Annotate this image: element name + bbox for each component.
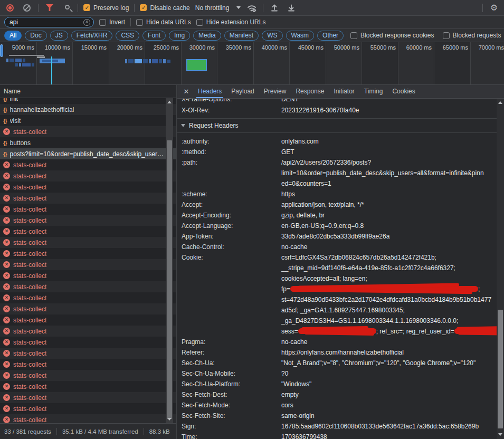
request-row[interactable]: ✕stats-collect (0, 381, 177, 392)
request-name: stats-collect (13, 328, 46, 335)
network-conditions-button[interactable] (246, 2, 258, 14)
checkbox-icon (350, 32, 357, 39)
request-name: stats-collect (13, 383, 46, 390)
request-row[interactable]: ✕stats-collect (0, 204, 177, 215)
tab-response[interactable]: Response (291, 85, 329, 98)
blocked-requests-checkbox[interactable]: Blocked requests (443, 32, 501, 39)
request-row[interactable]: ✕stats-collect (0, 370, 177, 381)
request-row[interactable]: ✕stats-collect (0, 170, 177, 182)
filter-funnel-icon (46, 4, 53, 11)
hide-data-urls-checkbox[interactable]: Hide data URLs (136, 18, 191, 26)
blocked-response-cookies-checkbox[interactable]: Blocked response cookies (350, 32, 434, 39)
import-har-button[interactable] (269, 2, 280, 14)
header-name: Sec-Fetch-Site: (182, 411, 281, 421)
request-row[interactable]: ✕stats-collect (0, 303, 177, 314)
request-row[interactable]: ✕stats-collect (0, 337, 177, 348)
filter-pill-wasm[interactable]: Wasm (286, 31, 315, 41)
filter-pill-other[interactable]: Other (317, 31, 344, 41)
clear-filter-icon[interactable]: ✕ (83, 19, 90, 26)
request-row[interactable]: ✕stats-collect (0, 237, 177, 248)
request-row[interactable]: ✕stats-collect (0, 182, 177, 193)
request-row[interactable]: ✕stats-collect (0, 215, 177, 226)
scrollbar-thumb[interactable] (498, 310, 503, 428)
header-row: Accept-Encoding:gzip, deflate, br (177, 210, 504, 221)
tab-preview[interactable]: Preview (259, 85, 291, 98)
waterfall-bar (9, 59, 14, 62)
header-name: Accept: (182, 199, 281, 210)
request-row[interactable]: ✕stats-collect (0, 314, 177, 326)
filter-pill-img[interactable]: Img (169, 31, 190, 41)
scroll-up-icon[interactable] (167, 101, 172, 103)
request-headers-section-toggle[interactable]: Request Headers (177, 119, 504, 132)
header-value: cors (281, 400, 504, 411)
close-details-button[interactable]: ✕ (180, 88, 192, 96)
request-row[interactable]: ✕stats-collect (0, 159, 177, 170)
filter-pill-ws[interactable]: WS (262, 31, 282, 41)
filter-pill-doc[interactable]: Doc (25, 31, 46, 41)
request-row[interactable]: {}buttons (0, 137, 177, 148)
tab-payload[interactable]: Payload (226, 85, 259, 98)
header-value: 16785:5aad9602cf110608b03133de563642fac1… (281, 421, 504, 432)
request-row[interactable]: ✕stats-collect (0, 226, 177, 237)
request-row[interactable]: ✕stats-collect (0, 259, 177, 270)
filter-pill-manifest[interactable]: Manifest (224, 31, 259, 41)
request-row[interactable]: ✕stats-collect (0, 270, 177, 281)
scroll-up-icon[interactable] (498, 101, 502, 104)
tick-label: 35000 ms (218, 44, 251, 51)
tab-initiator[interactable]: Initiator (329, 85, 359, 98)
request-row[interactable]: ✕stats-collect (0, 248, 177, 259)
devtools-settings-button[interactable]: ⚙ (488, 2, 500, 14)
scrollbar-thumb[interactable] (167, 140, 172, 419)
request-row[interactable]: {}posts?limit=10&order=publish_date_desc… (0, 148, 177, 159)
request-row[interactable]: ✕stats-collect (0, 126, 177, 137)
request-row[interactable]: ✕stats-collect (0, 403, 177, 414)
filter-pill-fetch-xhr[interactable]: Fetch/XHR (71, 31, 113, 41)
request-row[interactable]: {}visit (0, 115, 177, 126)
export-har-button[interactable] (286, 2, 297, 14)
request-row[interactable]: ✕stats-collect (0, 414, 177, 423)
preserve-log-checkbox[interactable]: Preserve log (83, 4, 129, 12)
request-row[interactable]: ✕stats-collect (0, 281, 177, 292)
network-overview-timeline[interactable]: 5000 ms10000 ms15000 ms20000 ms25000 ms3… (0, 42, 504, 85)
tick-label: 50000 ms (327, 44, 359, 51)
waterfall-bar (152, 59, 158, 63)
hide-extension-urls-checkbox[interactable]: Hide extension URLs (196, 18, 266, 26)
filter-button[interactable] (44, 2, 55, 14)
tab-cookies[interactable]: Cookies (387, 85, 420, 98)
request-row[interactable]: {}init (0, 98, 177, 104)
search-button[interactable] (61, 2, 72, 14)
request-row[interactable]: ✕stats-collect (0, 193, 177, 204)
tab-headers[interactable]: Headers (193, 85, 226, 98)
header-row: Sec-Fetch-Mode:cors (177, 400, 504, 411)
invert-checkbox[interactable]: Invert (99, 18, 125, 26)
record-button[interactable] (4, 2, 16, 14)
tab-timing[interactable]: Timing (359, 85, 388, 98)
filter-pill-all[interactable]: All (4, 31, 22, 41)
tick-label: 15000 ms (74, 44, 107, 51)
clear-network-log-button[interactable] (21, 2, 33, 14)
request-row[interactable]: ✕stats-collect (0, 292, 177, 303)
name-column-header[interactable]: Name (0, 85, 177, 98)
filter-input[interactable] (9, 18, 81, 26)
filter-pill-font[interactable]: Font (142, 31, 166, 41)
filter-pill-js[interactable]: JS (50, 31, 68, 41)
disable-cache-checkbox[interactable]: Disable cache (140, 4, 189, 12)
filter-pill-media[interactable]: Media (193, 31, 221, 41)
scroll-down-icon[interactable] (498, 433, 502, 436)
header-value: gzip, deflate, br (281, 210, 504, 221)
scroll-down-icon[interactable] (167, 418, 172, 421)
request-row[interactable]: ✕stats-collect (0, 348, 177, 359)
redaction-scribble (298, 328, 376, 334)
request-row[interactable]: ✕stats-collect (0, 392, 177, 403)
timeline-brush-handle[interactable] (0, 44, 3, 57)
throttling-select[interactable]: No throttling (195, 4, 241, 12)
request-list-scrollbar[interactable] (166, 98, 173, 423)
request-row[interactable]: {}hannahelizabethofficial (0, 104, 177, 115)
filter-pill-css[interactable]: CSS (116, 31, 139, 41)
request-name: stats-collect (13, 294, 46, 302)
request-row[interactable]: ✕stats-collect (0, 326, 177, 337)
details-scrollbar[interactable] (497, 99, 504, 439)
header-row: :method:GET (177, 147, 504, 157)
waterfall-bar (23, 59, 25, 62)
request-row[interactable]: ✕stats-collect (0, 359, 177, 370)
